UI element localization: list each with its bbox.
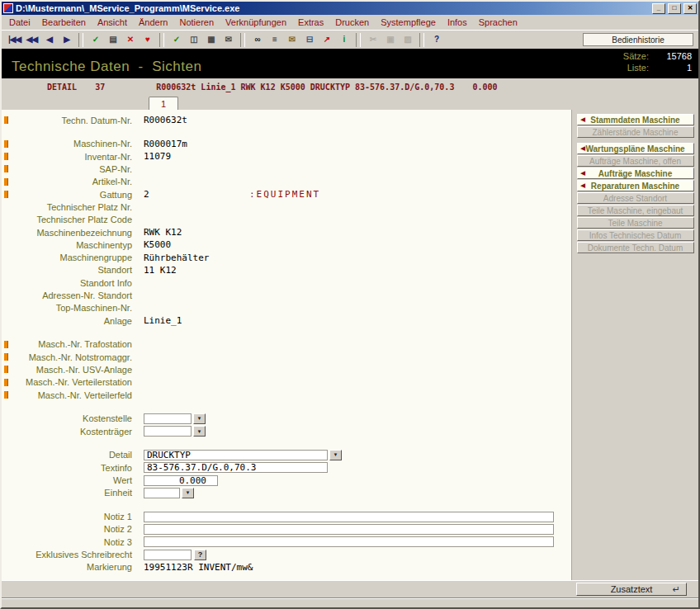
menu-item-sprachen[interactable]: Sprachen — [473, 16, 523, 29]
masch-nr-verteilerstation-label: Masch.-Nr. Verteilerstation — [2, 377, 132, 387]
sidebar-button-dokumente-techn-datum: Dokumente Techn. Datum — [577, 242, 694, 253]
sidebar-button-adresse-standort: Adresse Standort — [577, 192, 694, 204]
favorite-heart-icon[interactable]: ♥ — [140, 33, 155, 47]
masch-nr-verteilerfeld-label: Masch.-Nr. Verteilerfeld — [2, 390, 132, 400]
ok-check-icon[interactable]: ✓ — [88, 33, 103, 47]
markierung-label: Markierung — [2, 562, 132, 572]
menu-item-infos[interactable]: Infos — [442, 16, 473, 29]
menu-item-ansicht[interactable]: Ansicht — [92, 16, 133, 29]
tab-strip: 1 — [2, 95, 698, 110]
kostenstelle-dropdown-button[interactable]: ▼ — [193, 413, 206, 424]
menu-item-aendern[interactable]: Ändern — [133, 16, 173, 29]
sidebar-button-stammdaten-maschine[interactable]: ◀Stammdaten Maschine — [577, 114, 694, 125]
menu-item-datei[interactable]: Datei — [3, 16, 36, 29]
artikel-nr-label: Artikel-Nr. — [2, 177, 132, 186]
maximize-button[interactable]: □ — [668, 3, 681, 14]
info-icon[interactable]: i — [336, 33, 352, 47]
detail-info: R000632t Linie_1 RWK K12 K5000 DRUCKTYP … — [156, 83, 454, 92]
zusatztext-button[interactable]: Zusatztext ↵ — [576, 583, 687, 596]
window-view-icon[interactable]: ◫ — [186, 33, 201, 47]
sidebar-arrow-icon: ◀ — [581, 182, 584, 189]
toolbar-separator — [240, 33, 245, 47]
modified-tick-icon — [4, 140, 8, 148]
wert-input[interactable]: 0.000 — [144, 475, 218, 486]
masch-nr-notstromaggr-label: Masch.-Nr. Notstromaggr. — [2, 352, 132, 362]
toolbar-separator — [356, 33, 361, 47]
record-counters: Sätze: 15768 Liste: 1 — [623, 51, 692, 73]
einheit-input[interactable] — [144, 488, 180, 498]
detail-input[interactable]: DRUCKTYP — [144, 450, 328, 460]
inventar-nr-label: Inventar-Nr. — [2, 152, 132, 162]
infos-technisches-datum-label: Infos Technisches Datum — [589, 231, 682, 240]
bedienhistorie-button[interactable]: Bedienhistorie — [583, 33, 693, 46]
sidebar-button-reparaturen-maschine[interactable]: ◀Reparaturen Maschine — [577, 180, 694, 191]
field-row-maschinengruppe: MaschinengruppeRührbehälter — [2, 251, 571, 263]
field-row-masch-nr-usv-anlage: Masch.-Nr. USV-Anlage — [2, 363, 571, 375]
menu-item-verknuepfungen[interactable]: Verknüpfungen — [220, 16, 292, 29]
modified-tick-icon — [4, 379, 8, 386]
record-sheet-icon[interactable]: ▤ — [105, 33, 121, 47]
sidebar-button-wartungsplaene-maschine[interactable]: ◀Wartungspläne Maschine — [577, 143, 694, 154]
zusatztext-label: Zusatztext — [611, 584, 653, 594]
nav-next-icon[interactable]: ▶ — [59, 33, 74, 47]
close-button[interactable]: ✕ — [683, 3, 697, 14]
sidebar-button-auftraege-maschine-offen: Aufträge Maschine, offen — [577, 155, 694, 167]
export-arrow-icon[interactable]: ↗ — [319, 33, 334, 47]
wert-label: Wert — [2, 475, 132, 485]
notiz-2-input[interactable] — [144, 524, 554, 535]
menu-item-bearbeiten[interactable]: Bearbeiten — [36, 16, 92, 29]
field-row-markierung: Markierung19951123R INVENT/mw& — [2, 561, 571, 574]
textinfo-input[interactable]: 83-576.37.D/G.0,70.3 — [144, 462, 328, 473]
apply-check-icon[interactable]: ✓ — [168, 33, 184, 47]
sidebar-arrow-icon: ◀ — [581, 170, 584, 177]
kostentraeger-dropdown-button[interactable]: ▼ — [193, 426, 206, 437]
techn-datum-nr-label: Techn. Datum-Nr. — [2, 116, 132, 125]
printer-icon[interactable]: ⊟ — [301, 33, 317, 47]
table-grid-icon[interactable]: ▦ — [203, 33, 219, 47]
form-group-5: DetailDRUCKTYP▼Textinfo83-576.37.D/G.0,7… — [2, 449, 571, 499]
detail-bar: DETAIL 37 R000632t Linie_1 RWK K12 K5000… — [2, 78, 698, 95]
nav-prev-page-icon[interactable]: ◀◀ — [24, 33, 40, 47]
chevron-down-icon: ▼ — [197, 416, 202, 421]
kostenstelle-input[interactable] — [144, 413, 192, 424]
app-window: D:\Mustermann\_MService_Programm\MServic… — [0, 0, 700, 609]
toolbar-icon-group: |◀◀◀◀◀▶✓▤✕♥✓◫▦✉∞≡✉⊟↗i✂▣▨? — [7, 33, 444, 47]
field-row-anlage: AnlageLinie_1 — [2, 314, 571, 327]
tab-1[interactable]: 1 — [149, 97, 178, 110]
list-view-icon[interactable]: ≡ — [267, 33, 282, 47]
notiz-1-input[interactable] — [144, 512, 554, 522]
menu-item-extras[interactable]: Extras — [292, 16, 329, 29]
cancel-x-icon[interactable]: ✕ — [122, 33, 138, 47]
modified-tick-icon — [4, 341, 8, 348]
minimize-button[interactable]: _ — [652, 3, 665, 14]
field-row-standort-info: Standort Info — [2, 276, 571, 289]
search-binoculars-icon[interactable]: ∞ — [249, 33, 265, 47]
detail-dropdown-button[interactable]: ▼ — [329, 450, 342, 460]
form-fields: Techn. Datum-Nr.R000632tMaschinen-Nr.R00… — [2, 114, 571, 574]
maschinen-nr-label: Maschinen-Nr. — [2, 139, 132, 149]
form-group-3: Masch.-Nr. TrafostationMasch.-Nr. Notstr… — [2, 338, 571, 401]
mail-send-icon[interactable]: ✉ — [220, 33, 236, 47]
nav-first-icon[interactable]: |◀◀ — [7, 33, 22, 47]
footer-bar: Zusatztext ↵ — [2, 580, 698, 597]
help-icon[interactable]: ? — [428, 33, 444, 47]
content-area: Techn. Datum-Nr.R000632tMaschinen-Nr.R00… — [2, 110, 698, 580]
nav-prev-icon[interactable]: ◀ — [41, 33, 57, 47]
notiz-3-input[interactable] — [144, 536, 554, 547]
menu-item-systempflege[interactable]: Systempflege — [375, 16, 442, 29]
exklusives-schreibrecht-input[interactable] — [144, 550, 192, 560]
modified-tick-icon — [4, 353, 8, 361]
kostentraeger-input[interactable] — [144, 426, 192, 437]
mail-envelope-icon[interactable]: ✉ — [284, 33, 300, 47]
einheit-dropdown-button[interactable]: ▼ — [182, 488, 194, 498]
chevron-down-icon: ▼ — [333, 452, 338, 457]
detail-label: Detail — [2, 450, 132, 460]
sidebar-button-auftraege-maschine[interactable]: ◀Aufträge Maschine — [577, 168, 694, 179]
exklusives-schreibrecht-help-button[interactable]: ? — [194, 550, 206, 560]
menu-item-notieren[interactable]: Notieren — [173, 16, 220, 29]
modified-tick-icon — [4, 116, 8, 124]
field-row-sap-nr: SAP-Nr. — [2, 163, 571, 175]
toolbar: |◀◀◀◀◀▶✓▤✕♥✓◫▦✉∞≡✉⊟↗i✂▣▨? Bedienhistorie — [2, 30, 698, 49]
modified-tick-icon — [4, 366, 8, 373]
menu-item-drucken[interactable]: Drucken — [329, 16, 375, 29]
